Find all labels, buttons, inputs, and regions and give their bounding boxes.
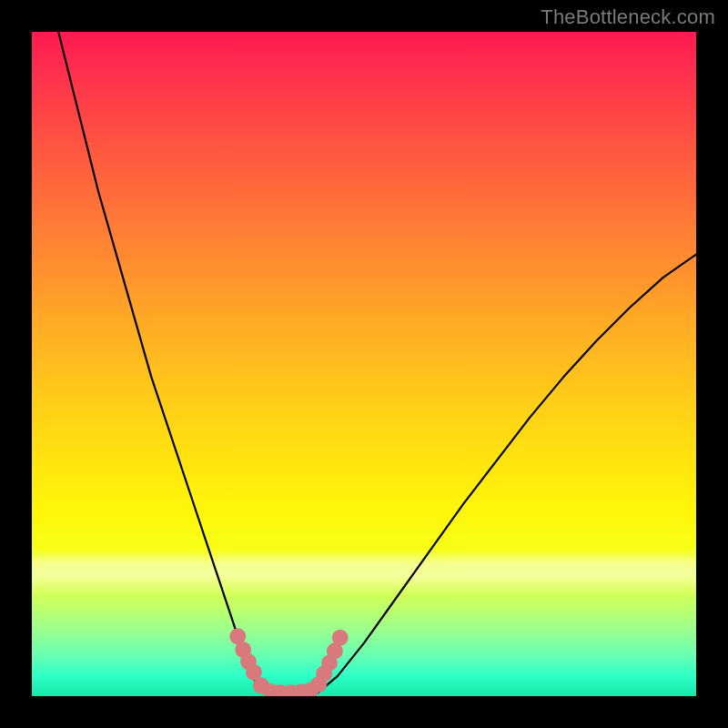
curve-group [58, 32, 696, 695]
marker-group [229, 628, 348, 696]
watermark-text: TheBottleneck.com [541, 5, 715, 29]
outer-frame: TheBottleneck.com [0, 0, 728, 728]
curve-path [58, 32, 696, 695]
plot-area [32, 32, 696, 696]
chart-svg [32, 32, 696, 696]
marker-dot [332, 630, 349, 646]
